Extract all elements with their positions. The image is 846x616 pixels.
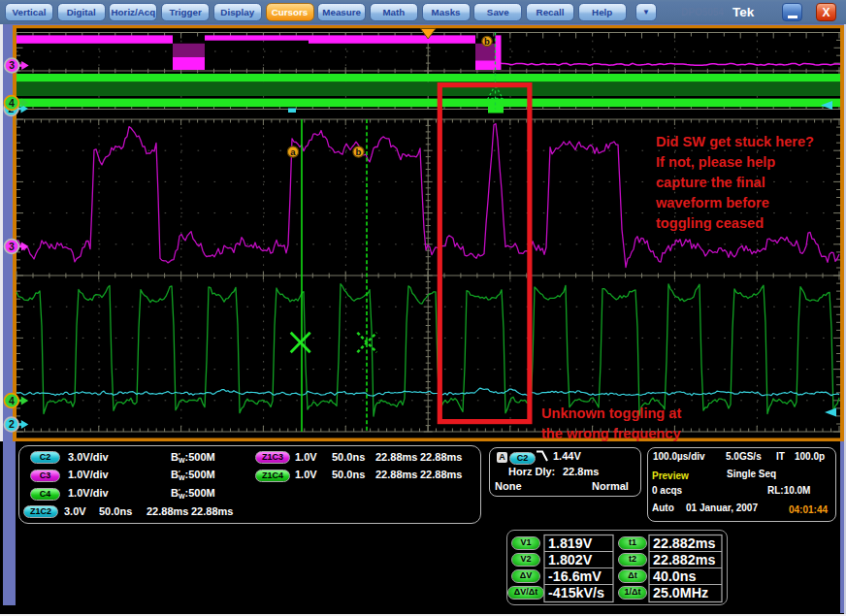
svg-text:waveform before: waveform before [655,195,769,211]
svg-text:Did SW get stuck here?: Did SW get stuck here? [656,134,814,149]
svg-text:4: 4 [9,97,15,109]
svg-text:the wrong frequency: the wrong frequency [541,426,681,441]
svg-text:toggling ceased: toggling ceased [656,215,764,231]
svg-text:b: b [484,36,490,47]
svg-text:Unknown toggling at: Unknown toggling at [541,405,681,421]
svg-text:a: a [290,146,296,157]
svg-text:2: 2 [9,418,15,430]
svg-text:capture the final: capture the final [656,175,765,190]
svg-text:3: 3 [9,59,15,71]
svg-text:b: b [356,146,362,157]
svg-text:3: 3 [9,241,15,252]
svg-text:If not, please help: If not, please help [656,154,775,170]
svg-text:4: 4 [9,395,15,406]
